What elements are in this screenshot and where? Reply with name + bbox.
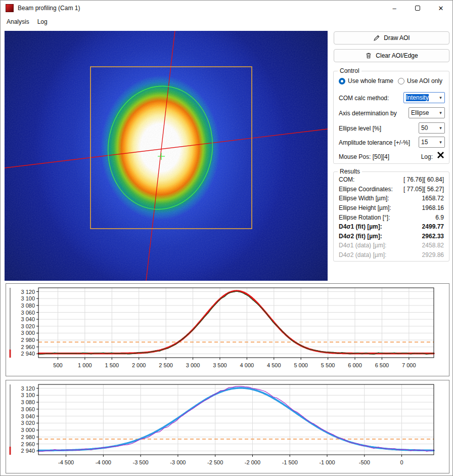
profile-data-x	[38, 291, 434, 354]
axis-determination-label: Axis determination by	[339, 110, 397, 117]
y-tick-label: 3 080	[21, 399, 35, 405]
control-group-title: Control	[338, 67, 361, 74]
ellipse-level-select[interactable]: 50 ▾	[419, 122, 445, 134]
x-tick-label: 4 000	[240, 362, 254, 368]
x-tick-label: -2 500	[207, 459, 223, 465]
result-row: D4σ2 (fit) [µm]:2962.33	[339, 232, 444, 241]
close-button[interactable]: ✕	[429, 1, 452, 16]
result-label: Ellipse Width [µm]:	[339, 195, 389, 202]
x-tick-label: 6 000	[348, 362, 362, 368]
x-tick-label: -1 000	[319, 459, 335, 465]
x-tick-label: 1 000	[78, 362, 92, 368]
y-tick-label: 2 940	[21, 351, 35, 357]
result-value: 1968.16	[422, 204, 444, 211]
x-tick-label: 6 500	[375, 362, 389, 368]
y-tick-label: 3 100	[21, 295, 35, 301]
amplitude-tolerance-value: 15	[421, 139, 428, 146]
menu-log[interactable]: Log	[33, 17, 52, 27]
ellipse-level-value: 50	[421, 124, 428, 132]
result-label: D4σ2 (fit) [µm]:	[339, 233, 382, 240]
amplitude-tolerance-label: Amplitude tolerance [+/-%]	[339, 139, 410, 146]
radio-dot-selected	[339, 78, 345, 84]
y-tick-label: 2 980	[21, 337, 35, 343]
y-tick-label: 3 000	[21, 427, 35, 433]
results-group-title: Results	[338, 168, 362, 175]
crosshair-minor-axis	[5, 129, 328, 168]
x-tick-label: 3 000	[186, 362, 200, 368]
minimize-button[interactable]: –	[383, 1, 406, 16]
x-tick-label: -2 000	[245, 459, 260, 465]
y-tick-label: 2 960	[21, 441, 35, 447]
log-label: Log:	[421, 153, 433, 160]
chevron-down-icon: ▾	[437, 95, 444, 100]
beam-overlay	[5, 31, 328, 281]
result-row: COM:[ 76.76][ 60.84]	[339, 175, 444, 185]
x-tick-label: -4 000	[96, 459, 111, 465]
menu-analysis[interactable]: Analysis	[3, 17, 33, 27]
app-window: Beam profiling (Cam 1) – ✕ Analysis Log	[0, 0, 453, 476]
gaussian-fit-y	[38, 388, 434, 451]
profile-chart-axis2[interactable]: 2 9402 9602 9803 0003 0203 0403 0603 080…	[6, 380, 449, 473]
center-cross-marker	[158, 153, 165, 160]
chevron-down-icon: ▾	[437, 140, 444, 145]
radio-label: Use whole frame	[348, 77, 393, 84]
radio-use-aoi-only[interactable]: Use AOI only	[398, 77, 442, 84]
x-tick-label: 5 500	[321, 362, 335, 368]
result-label: D4σ2 (data) [µm]:	[339, 251, 386, 258]
window-title: Beam profiling (Cam 1)	[18, 5, 80, 12]
com-method-select[interactable]: Intensity ▾	[403, 92, 445, 103]
clear-aoi-button[interactable]: Clear AOI/Edge	[334, 49, 449, 62]
x-tick-label: 4 500	[267, 362, 281, 368]
minimize-icon: –	[392, 5, 396, 12]
draw-aoi-button[interactable]: Draw AOI	[334, 31, 449, 45]
y-tick-label: 3 020	[21, 420, 35, 426]
axis-determination-value: Ellipse	[411, 109, 429, 116]
results-table: COM:[ 76.76][ 60.84]Ellipse Coordinates:…	[339, 175, 444, 259]
x-tick-label: 2 000	[132, 362, 146, 368]
log-x-icon[interactable]	[436, 151, 445, 159]
menu-bar: Analysis Log	[1, 16, 452, 28]
mouse-pos-readout: Mouse Pos: [50][4]	[339, 153, 389, 160]
result-value: [ 77.05][ 56.27]	[403, 186, 444, 193]
pencil-icon	[373, 34, 380, 41]
profile-chart-axis1[interactable]: 2 9402 9602 9803 0003 0203 0403 0603 080…	[6, 283, 449, 376]
crosshair-major-axis	[146, 31, 175, 281]
y-tick-label: 3 000	[21, 330, 35, 336]
x-tick-label: 7 000	[402, 362, 416, 368]
x-tick-label: -3 500	[133, 459, 149, 465]
result-row: D4σ2 (data) [µm]:2929.86	[339, 250, 444, 260]
app-icon	[6, 4, 14, 12]
result-row: Ellipse Coordinates:[ 77.05][ 56.27]	[339, 185, 444, 194]
result-label: Ellipse Rotation [°]:	[339, 214, 390, 221]
radio-use-whole-frame[interactable]: Use whole frame	[339, 77, 393, 84]
x-tick-label: 5 000	[294, 362, 308, 368]
result-row: Ellipse Rotation [°]:6.9	[339, 212, 444, 222]
x-tick-label: 3 500	[213, 362, 227, 368]
maximize-button[interactable]	[406, 1, 429, 16]
y-tick-label: 3 040	[21, 413, 35, 419]
result-label: COM:	[339, 176, 354, 183]
result-row: Ellipse Height [µm]:1968.16	[339, 203, 444, 213]
x-tick-label: 1 500	[105, 362, 119, 368]
beam-image[interactable]	[5, 31, 328, 281]
x-tick-label: 500	[53, 362, 62, 368]
title-bar: Beam profiling (Cam 1) – ✕	[1, 1, 452, 16]
x-tick-label: -1 500	[282, 459, 298, 465]
x-tick-label: 0	[400, 459, 403, 465]
amplitude-tolerance-select[interactable]: 15 ▾	[419, 137, 445, 148]
y-tick-label: 3 060	[21, 406, 35, 412]
y-tick-label: 2 940	[21, 448, 35, 454]
trash-icon	[365, 52, 372, 59]
x-tick-label: -3 000	[170, 459, 186, 465]
x-tick-label: -500	[359, 459, 370, 465]
radio-dot-unselected	[398, 78, 404, 84]
axis-determination-select[interactable]: Ellipse ▾	[409, 107, 445, 118]
radio-label: Use AOI only	[407, 77, 442, 84]
y-tick-label: 3 100	[21, 392, 35, 398]
y-tick-label: 2 960	[21, 344, 35, 350]
result-value: 2962.33	[422, 233, 444, 240]
y-tick-label: 3 120	[21, 289, 35, 295]
y-tick-label: 3 080	[21, 302, 35, 309]
profile-data-y	[38, 386, 434, 452]
result-label: D4σ1 (data) [µm]:	[339, 242, 386, 249]
